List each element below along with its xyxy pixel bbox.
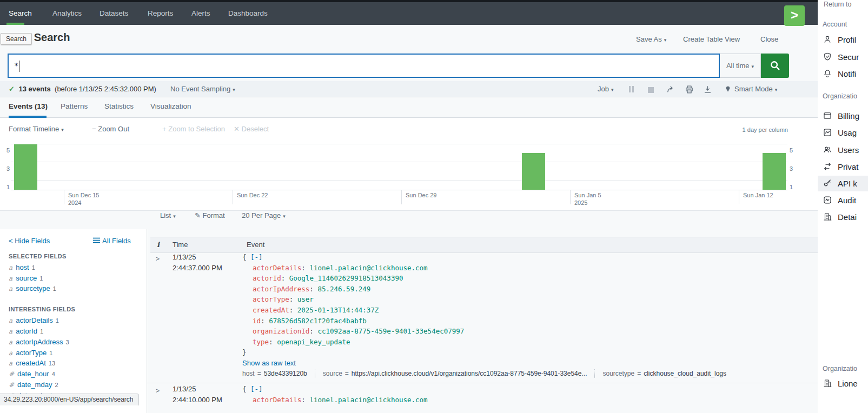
x-tick: [64, 190, 64, 204]
menu-item-billing[interactable]: Billing: [823, 109, 859, 122]
y-tick-left-1: 1: [2, 184, 10, 190]
collapse-json-link[interactable]: [-]: [250, 253, 263, 261]
menu-item-security[interactable]: Secur: [823, 50, 859, 63]
menu-item-details[interactable]: Detai: [823, 210, 857, 223]
results-tabs: Events (13) Patterns Statistics Visualiz…: [0, 97, 818, 118]
users-icon: [823, 145, 832, 155]
tab-patterns[interactable]: Patterns: [61, 97, 88, 118]
screenshot-frame: Search Analytics Datasets Reports Alerts…: [0, 0, 868, 413]
menu-item-profile[interactable]: Profil: [823, 33, 856, 46]
field-actoripaddress[interactable]: aactorIpAddress3: [9, 338, 69, 346]
search-tooltip: Search: [1, 33, 32, 45]
collapse-json-link[interactable]: [-]: [250, 385, 263, 393]
splunk-window: Search Analytics Datasets Reports Alerts…: [0, 0, 818, 413]
field-date-hour[interactable]: #date_hour4: [9, 370, 55, 378]
expand-event-icon[interactable]: >: [156, 387, 160, 395]
timeline-chart[interactable]: [11, 142, 787, 190]
timeline-bar-dec13[interactable]: [14, 144, 37, 190]
chevron-down-icon: ▾: [233, 87, 235, 92]
field-host[interactable]: ahost1: [9, 263, 35, 271]
per-page-dropdown[interactable]: 20 Per Page▾: [242, 211, 286, 219]
search-mode-dropdown[interactable]: Smart Mode▾: [734, 81, 777, 97]
nav-item-alerts[interactable]: Alerts: [191, 2, 210, 25]
event-json: { [-] actorDetails: lionel.palacin@click…: [242, 384, 428, 405]
field-actordetails[interactable]: aactorDetails1: [9, 316, 59, 324]
time-range-picker[interactable]: All time▾: [720, 54, 761, 78]
menu-item-audit[interactable]: Audit: [823, 194, 856, 206]
menu-item-notifications[interactable]: Notifi: [823, 67, 856, 80]
row-divider: [147, 383, 818, 383]
field-actortype[interactable]: aactorType1: [9, 349, 52, 357]
timeline-bar-jan3[interactable]: [522, 153, 545, 190]
list-icon: [93, 237, 100, 243]
event-sampling-dropdown[interactable]: No Event Sampling▾: [170, 81, 235, 97]
event-timestamp: 1/13/252:44:10.000 PM: [173, 384, 222, 405]
format-button[interactable]: ✎ Format: [195, 211, 225, 219]
return-to-link[interactable]: Return to: [824, 1, 851, 8]
job-status-bar: ✓ 13 events (before 1/13/25 2:45:32.000 …: [0, 81, 818, 97]
tab-statistics[interactable]: Statistics: [104, 97, 134, 118]
y-tick-left-3: 3: [2, 165, 10, 172]
host-value[interactable]: 53de4339120b: [264, 370, 307, 377]
y-tick-right-3: 3: [790, 165, 797, 172]
timeline-scale-note: 1 day per column: [743, 126, 788, 133]
source-value[interactable]: https://api.clickhouse.cloud/v1/organiza…: [352, 370, 587, 377]
nav-item-dashboards[interactable]: Dashboards: [228, 2, 268, 25]
billing-icon: [823, 111, 832, 121]
create-table-view-button[interactable]: Create Table View: [683, 35, 740, 43]
all-fields-button[interactable]: All Fields: [93, 237, 131, 245]
events-table-header: i Time Event: [150, 237, 818, 253]
chevron-down-icon: ▾: [752, 64, 754, 69]
chevron-down-icon: ▾: [775, 87, 778, 92]
clickhouse-cloud-menu: Return to Account Profil Secur Notifi Or…: [818, 0, 868, 413]
share-icon[interactable]: [666, 85, 675, 96]
x-icon: ✕: [234, 125, 240, 133]
field-actorid[interactable]: aactorId1: [9, 327, 43, 335]
menu-item-organization-lionel[interactable]: Lione: [823, 377, 858, 390]
menu-item-private-endpoints[interactable]: Privat: [823, 160, 858, 173]
stop-icon[interactable]: [648, 86, 654, 95]
nav-item-search[interactable]: Search: [9, 2, 32, 25]
organization-footer-label: Organizatio: [823, 365, 857, 372]
field-sourcetype[interactable]: asourcetype1: [9, 284, 56, 292]
event-timestamp: 1/13/252:44:37.000 PM: [173, 252, 222, 274]
menu-item-usage[interactable]: Usag: [823, 126, 857, 139]
deselect-button: ✕ Deselect: [234, 125, 269, 133]
show-raw-text-link[interactable]: Show as raw text: [242, 359, 296, 367]
expand-event-icon[interactable]: >: [156, 255, 160, 263]
nav-item-reports[interactable]: Reports: [148, 2, 173, 25]
nav-item-analytics[interactable]: Analytics: [52, 2, 82, 25]
search-input[interactable]: *: [8, 54, 720, 78]
chevron-down-icon: ▾: [611, 87, 614, 92]
menu-item-api-keys[interactable]: API k: [823, 177, 857, 190]
format-timeline-dropdown[interactable]: Format Timeline▾: [9, 125, 64, 133]
job-menu[interactable]: Job▾: [598, 81, 614, 97]
field-date-mday[interactable]: #date_mday2: [9, 381, 58, 389]
tab-events[interactable]: Events (13): [9, 97, 48, 118]
field-createdat[interactable]: acreatedAt13: [9, 359, 55, 367]
x-tick: [570, 190, 571, 204]
zoom-out-button[interactable]: − Zoom Out: [92, 125, 129, 133]
chevron-down-icon: ▾: [664, 37, 667, 43]
menu-item-users[interactable]: Users: [823, 143, 859, 156]
splunk-logo-icon[interactable]: >: [784, 5, 805, 26]
print-icon[interactable]: [685, 85, 694, 96]
save-as-button[interactable]: Save As▾: [636, 35, 666, 43]
hide-fields-button[interactable]: < Hide Fields: [9, 237, 50, 245]
list-view-dropdown[interactable]: List▾: [160, 211, 176, 219]
pause-icon[interactable]: [629, 86, 635, 94]
nav-item-datasets[interactable]: Datasets: [100, 2, 128, 25]
plus-icon: +: [162, 125, 167, 133]
tab-visualization[interactable]: Visualization: [150, 97, 191, 118]
y-tick-right-1: 1: [790, 184, 797, 190]
close-button[interactable]: Close: [760, 35, 778, 43]
audit-pulse-icon: [823, 195, 832, 205]
search-button[interactable]: [761, 54, 789, 78]
chevron-left-icon: <: [9, 237, 13, 245]
gridline-3: [11, 162, 787, 162]
timeline-bar-jan13[interactable]: [763, 153, 786, 190]
search-query-text: *: [14, 61, 18, 70]
export-icon[interactable]: [703, 85, 712, 96]
sourcetype-value[interactable]: clickhouse_cloud_audit_logs: [644, 370, 726, 377]
field-source[interactable]: asource1: [9, 274, 43, 282]
